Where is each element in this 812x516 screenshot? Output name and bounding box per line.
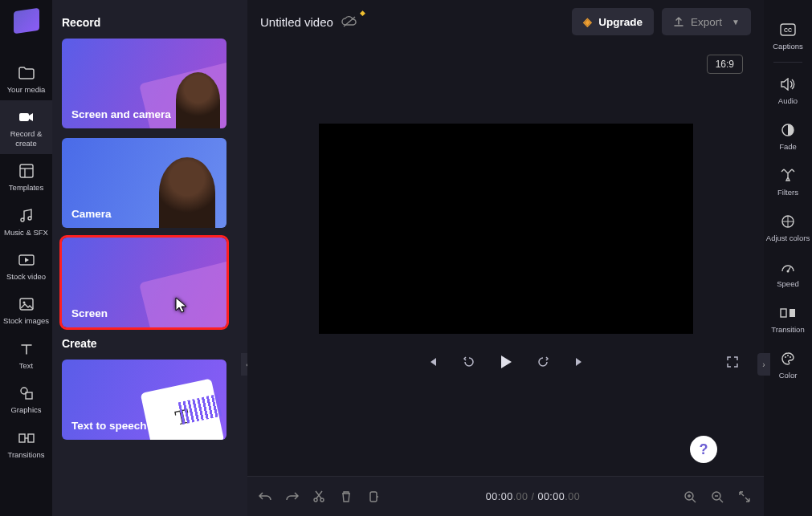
folder-icon	[18, 64, 35, 82]
nav-label: Graphics	[10, 405, 41, 414]
total-time: 00:00	[537, 491, 565, 502]
play-button[interactable]	[497, 353, 515, 371]
speed-icon	[779, 258, 797, 276]
fit-timeline-button[interactable]	[738, 490, 753, 503]
nav-your-media[interactable]: Your media	[0, 56, 52, 100]
r-filters[interactable]: Filters	[764, 159, 812, 205]
separator	[773, 62, 802, 63]
person-avatar-icon	[176, 72, 220, 128]
r-label: Filters	[777, 188, 798, 197]
r-label: Fade	[779, 142, 797, 151]
main-area: Untitled video ◆ ◈ Upgrade Export ▼ 16:9	[247, 0, 764, 516]
undo-button[interactable]	[259, 491, 273, 502]
card-screen-and-camera[interactable]: Screen and camera	[62, 39, 226, 128]
r-transition[interactable]: Transition	[764, 296, 812, 342]
nav-graphics[interactable]: Graphics	[0, 376, 52, 421]
left-nav-rail: Your media Record & create Templates Mus…	[0, 0, 52, 516]
cut-button[interactable]	[313, 490, 328, 503]
svg-rect-22	[781, 309, 786, 317]
nav-templates[interactable]: Templates	[0, 154, 52, 198]
cloud-sync-off-icon[interactable]: ◆	[341, 15, 357, 28]
palette-icon	[779, 350, 797, 368]
upload-icon	[673, 16, 684, 27]
r-label: Speed	[777, 279, 798, 288]
image-icon	[18, 295, 35, 313]
card-label: Screen and camera	[71, 108, 171, 120]
skip-start-button[interactable]	[423, 353, 441, 371]
r-label: Color	[779, 371, 798, 380]
chevron-down-icon: ▼	[732, 18, 740, 26]
adjust-colors-icon	[779, 213, 797, 230]
card-label: Text to speech	[71, 420, 147, 432]
r-captions[interactable]: CC Captions	[764, 13, 812, 59]
transition-icon	[779, 304, 797, 322]
svg-text:CC: CC	[784, 27, 792, 33]
app-logo[interactable]	[14, 8, 39, 34]
text-icon	[18, 340, 35, 358]
nav-label: Transitions	[7, 450, 44, 459]
svg-rect-5	[20, 299, 33, 310]
r-adjust-colors[interactable]: Adjust colors	[764, 205, 812, 250]
zoom-in-button[interactable]	[683, 490, 698, 503]
r-label: Captions	[773, 42, 803, 51]
upgrade-button[interactable]: ◈ Upgrade	[572, 8, 654, 35]
skip-end-button[interactable]	[571, 353, 589, 371]
r-label: Audio	[778, 96, 798, 105]
r-color[interactable]: Color	[764, 342, 812, 388]
nav-text[interactable]: Text	[0, 332, 52, 376]
r-label: Adjust colors	[766, 234, 810, 242]
nav-label: Stock video	[6, 272, 46, 281]
svg-point-12	[314, 498, 317, 502]
project-title[interactable]: Untitled video	[260, 15, 333, 29]
redo-button[interactable]	[286, 491, 300, 502]
export-button[interactable]: Export ▼	[662, 8, 751, 35]
nav-label: Your media	[7, 85, 46, 94]
card-camera[interactable]: Camera	[62, 138, 226, 228]
svg-point-13	[320, 498, 324, 502]
nav-label: Stock images	[3, 316, 49, 325]
nav-label: Music & SFX	[4, 228, 48, 237]
help-button[interactable]: ?	[690, 436, 717, 463]
preview-stage: 16:9	[247, 43, 764, 388]
svg-rect-10	[28, 434, 34, 442]
r-speed[interactable]: Speed	[764, 250, 812, 296]
music-note-icon	[18, 207, 35, 225]
right-rail-collapse-handle[interactable]: ›	[757, 353, 770, 376]
svg-rect-9	[19, 434, 25, 442]
svg-point-26	[790, 356, 791, 358]
cursor-icon	[175, 297, 188, 313]
filters-icon	[779, 167, 797, 185]
person-avatar-icon	[159, 157, 215, 228]
nav-transitions[interactable]: Transitions	[0, 421, 52, 465]
topbar: Untitled video ◆ ◈ Upgrade Export ▼	[247, 0, 764, 43]
premium-gem-icon: ◆	[360, 9, 365, 17]
rewind-button[interactable]	[460, 353, 478, 371]
right-properties-rail: CC Captions Audio Fade Filters Adjust co…	[764, 0, 812, 516]
nav-record-create[interactable]: Record & create	[0, 100, 52, 154]
card-screen[interactable]: Screen	[62, 238, 226, 327]
camcorder-icon	[18, 108, 35, 126]
playback-controls	[247, 353, 764, 371]
nav-label: Templates	[9, 183, 43, 192]
split-button[interactable]	[368, 490, 382, 503]
shapes-icon	[18, 384, 35, 402]
nav-music-sfx[interactable]: Music & SFX	[0, 199, 52, 243]
delete-button[interactable]	[341, 490, 355, 503]
r-audio[interactable]: Audio	[764, 67, 812, 113]
gem-icon: ◈	[583, 15, 592, 28]
nav-label: Text	[19, 361, 33, 370]
card-text-to-speech[interactable]: T Text to speech	[62, 360, 226, 440]
nav-label: Record & create	[0, 129, 52, 148]
nav-stock-video[interactable]: Stock video	[0, 243, 52, 287]
fullscreen-button[interactable]	[724, 353, 741, 371]
r-fade[interactable]: Fade	[764, 113, 812, 159]
svg-rect-0	[19, 113, 29, 121]
zoom-out-button[interactable]	[711, 490, 725, 503]
screen-shape-icon	[139, 258, 226, 327]
templates-icon	[18, 162, 35, 180]
video-preview[interactable]	[319, 124, 693, 334]
svg-rect-14	[370, 492, 377, 502]
nav-stock-images[interactable]: Stock images	[0, 287, 52, 331]
forward-button[interactable]	[534, 353, 552, 371]
aspect-ratio-button[interactable]: 16:9	[707, 55, 743, 74]
